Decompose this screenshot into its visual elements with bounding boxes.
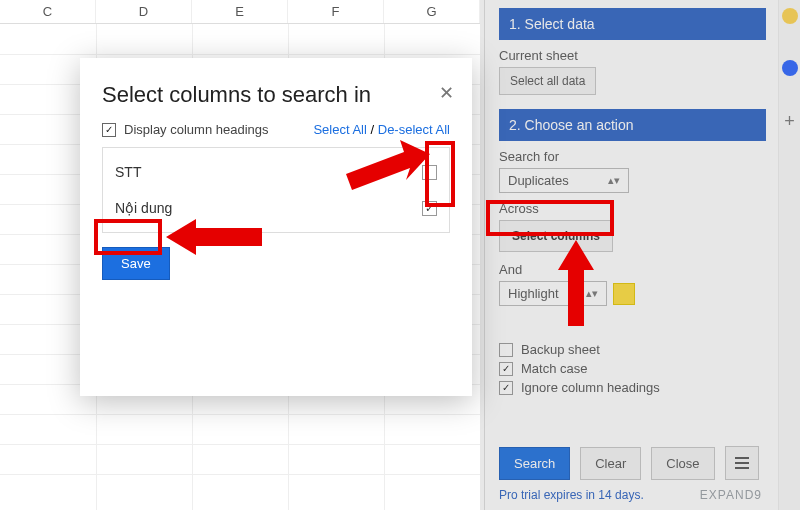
column-list: STT Nội dung ✓ [102,147,450,233]
column-checkbox[interactable] [422,165,437,180]
column-item[interactable]: STT [113,154,439,190]
display-headings-checkbox[interactable]: ✓ [102,123,116,137]
select-all-link[interactable]: Select All [313,122,366,137]
display-headings-label: Display column headings [124,122,269,137]
select-columns-modal: Select columns to search in ✕ ✓ Display … [80,58,472,396]
save-button[interactable]: Save [102,247,170,280]
close-icon[interactable]: ✕ [439,82,454,104]
deselect-all-link[interactable]: De-select All [378,122,450,137]
column-name: Nội dung [115,200,172,216]
column-name: STT [115,164,141,180]
column-checkbox[interactable]: ✓ [422,201,437,216]
modal-title: Select columns to search in [102,82,450,108]
column-item[interactable]: Nội dung ✓ [113,190,439,226]
separator: / [371,122,378,137]
